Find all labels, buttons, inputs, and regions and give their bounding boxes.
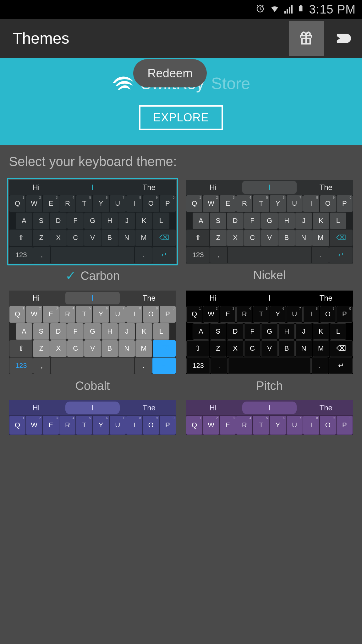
key-B[interactable]: B xyxy=(278,230,295,246)
key-E[interactable]: 3E xyxy=(220,416,236,435)
key-D[interactable]: D xyxy=(227,323,244,340)
key-R[interactable]: 4R xyxy=(59,306,75,323)
enter-key[interactable]: ↵ xyxy=(152,247,176,264)
key-U[interactable]: 7U xyxy=(287,416,303,435)
key-N[interactable]: N xyxy=(295,230,312,246)
key-Y[interactable]: 6Y xyxy=(270,416,286,435)
key-O[interactable]: 9O xyxy=(143,306,159,323)
backspace-key[interactable]: ⌫ xyxy=(330,230,353,246)
key-P[interactable]: 0P xyxy=(337,416,353,435)
key-N[interactable]: N xyxy=(118,340,135,357)
comma-key[interactable]: , xyxy=(211,358,228,374)
shift-key[interactable]: ⇧ xyxy=(9,340,32,357)
enter-key[interactable]: ↵ xyxy=(152,358,176,374)
key-F[interactable]: F xyxy=(67,213,84,229)
key-N[interactable]: N xyxy=(118,230,135,246)
backspace-key[interactable]: ⌫ xyxy=(330,340,353,357)
suggestion[interactable]: The xyxy=(299,291,353,306)
shift-key[interactable]: ⇧ xyxy=(186,230,209,246)
suggestion[interactable]: Hi xyxy=(186,400,240,415)
suggestion[interactable]: Hi xyxy=(9,400,63,415)
numeric-key[interactable]: 123 xyxy=(186,247,210,264)
keyboard-preview[interactable]: Hi I The 1Q2W3E4R5T6Y7U8I9O0P xyxy=(184,398,355,437)
key-W[interactable]: 2W xyxy=(203,306,219,323)
key-V[interactable]: V xyxy=(84,230,101,246)
key-P[interactable]: 0P xyxy=(337,306,353,323)
key-Z[interactable]: Z xyxy=(210,340,227,357)
key-Y[interactable]: 6Y xyxy=(93,416,109,435)
explore-button[interactable]: EXPLORE xyxy=(139,105,222,130)
key-C[interactable]: C xyxy=(67,340,84,357)
key-O[interactable]: 9O xyxy=(320,306,336,323)
key-D[interactable]: D xyxy=(227,213,244,229)
key-C[interactable]: C xyxy=(244,340,261,357)
key-L[interactable]: L xyxy=(153,323,170,340)
shift-key[interactable]: ⇧ xyxy=(9,230,32,246)
suggestion[interactable]: I xyxy=(65,181,120,194)
key-G[interactable]: G xyxy=(261,323,278,340)
key-I[interactable]: 8I xyxy=(126,306,142,323)
suggestion[interactable]: The xyxy=(122,180,176,195)
suggestion[interactable]: I xyxy=(65,402,120,414)
key-B[interactable]: B xyxy=(101,340,118,357)
key-G[interactable]: G xyxy=(84,323,101,340)
suggestion[interactable]: Hi xyxy=(186,291,240,306)
enter-key[interactable]: ↵ xyxy=(329,247,353,264)
key-N[interactable]: N xyxy=(295,340,312,357)
theme-card-indigo[interactable]: Hi I The 1Q2W3E4R5T6Y7U8I9O0P xyxy=(7,398,178,437)
keyboard-preview[interactable]: Hi I The 1Q2W3E4R5T6Y7U8I9O0PASDFGHJKL ⇧… xyxy=(184,289,355,376)
key-L[interactable]: L xyxy=(330,323,347,340)
comma-key[interactable]: , xyxy=(33,358,50,374)
key-P[interactable]: 0P xyxy=(160,195,176,212)
keyboard-preview[interactable]: Hi I The 1Q2W3E4R5T6Y7U8I9O0PASDFGHJKL ⇧… xyxy=(7,178,178,265)
key-M[interactable]: M xyxy=(135,340,152,357)
suggestion[interactable]: I xyxy=(242,292,297,304)
key-T[interactable]: 5T xyxy=(76,416,92,435)
period-key[interactable]: . xyxy=(135,358,151,374)
key-P[interactable]: 0P xyxy=(337,195,353,212)
key-G[interactable]: G xyxy=(261,213,278,229)
key-I[interactable]: 8I xyxy=(303,416,319,435)
key-E[interactable]: 3E xyxy=(220,195,236,212)
key-H[interactable]: H xyxy=(278,323,295,340)
period-key[interactable]: . xyxy=(135,247,151,264)
key-U[interactable]: 7U xyxy=(110,416,126,435)
key-I[interactable]: 8I xyxy=(126,416,142,435)
key-H[interactable]: H xyxy=(101,323,118,340)
key-X[interactable]: X xyxy=(50,230,67,246)
key-S[interactable]: S xyxy=(210,213,227,229)
key-Q[interactable]: 1Q xyxy=(9,416,25,435)
key-M[interactable]: M xyxy=(313,340,329,357)
enter-key[interactable]: ↵ xyxy=(329,358,353,374)
suggestion[interactable]: I xyxy=(242,181,297,194)
key-S[interactable]: S xyxy=(33,323,50,340)
backspace-key[interactable]: ⌫ xyxy=(153,230,176,246)
key-E[interactable]: 3E xyxy=(43,416,59,435)
numeric-key[interactable]: 123 xyxy=(9,358,33,374)
theme-card-cobalt[interactable]: Hi I The 1Q2W3E4R5T6Y7U8I9O0PASDFGHJKL ⇧… xyxy=(7,289,178,393)
key-V[interactable]: V xyxy=(261,340,278,357)
key-L[interactable]: L xyxy=(330,213,347,229)
key-P[interactable]: 0P xyxy=(160,306,176,323)
key-Y[interactable]: 6Y xyxy=(270,195,286,212)
key-Q[interactable]: 1Q xyxy=(186,416,202,435)
key-B[interactable]: B xyxy=(101,230,118,246)
key-T[interactable]: 5T xyxy=(76,195,92,212)
period-key[interactable]: . xyxy=(311,358,328,374)
key-Y[interactable]: 6Y xyxy=(270,306,286,323)
key-V[interactable]: V xyxy=(261,230,277,246)
space-key[interactable] xyxy=(51,358,134,374)
suggestion[interactable]: The xyxy=(299,400,353,415)
key-R[interactable]: 4R xyxy=(236,416,252,435)
key-T[interactable]: 5T xyxy=(76,306,92,323)
key-O[interactable]: 9O xyxy=(320,195,336,212)
key-K[interactable]: K xyxy=(136,213,152,229)
key-K[interactable]: K xyxy=(136,323,152,340)
key-P[interactable]: 0P xyxy=(160,416,176,435)
key-Q[interactable]: 1Q xyxy=(9,306,25,323)
suggestion[interactable]: I xyxy=(65,292,120,304)
backspace-key[interactable]: ⌫ xyxy=(153,340,176,357)
space-key[interactable] xyxy=(228,358,311,374)
key-E[interactable]: 3E xyxy=(220,306,236,323)
key-R[interactable]: 4R xyxy=(236,195,252,212)
